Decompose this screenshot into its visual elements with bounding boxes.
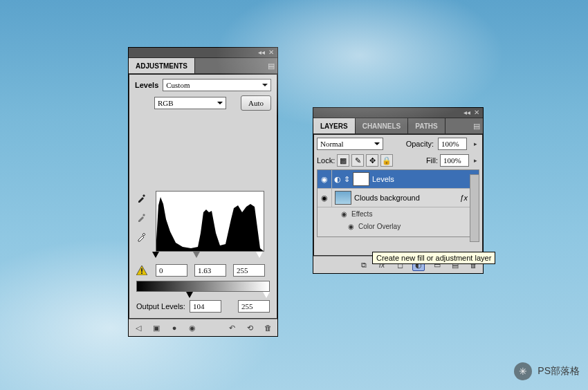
output-hi-input[interactable] — [238, 300, 270, 313]
fill-flyout-icon[interactable]: ▸ — [471, 156, 479, 165]
channel-select[interactable]: RGB — [154, 97, 226, 109]
wechat-icon: ✳ — [514, 362, 532, 380]
shadow-slider-handle[interactable] — [152, 252, 159, 258]
fill-input[interactable] — [440, 154, 469, 167]
adjustments-panel: ◂◂ ✕ ADJUSTMENTS ▤ Levels Custom RGB Aut… — [128, 47, 278, 337]
color-overlay-label: Color Overlay — [358, 223, 401, 230]
white-point-eyedropper-icon[interactable] — [136, 231, 147, 242]
midtone-input[interactable] — [194, 264, 226, 277]
input-slider[interactable] — [156, 252, 263, 259]
close-icon[interactable]: ✕ — [473, 109, 480, 116]
svg-rect-0 — [141, 268, 143, 272]
visibility-toggle-icon[interactable]: ◉ — [318, 170, 332, 188]
midtone-slider-handle[interactable] — [193, 252, 200, 258]
fx-badge[interactable]: ƒx — [459, 194, 470, 202]
eyedropper-tools — [136, 192, 147, 242]
output-gradient — [136, 281, 270, 292]
reset-icon[interactable]: ⟲ — [244, 322, 255, 333]
link-icon: ⇕ — [343, 175, 350, 184]
layer-row-clouds[interactable]: ◉ Clouds background ƒx ▴ — [318, 189, 479, 207]
shadow-input[interactable] — [156, 264, 187, 277]
levels-label: Levels — [135, 81, 158, 89]
lock-transparent-icon[interactable]: ▩ — [337, 154, 349, 167]
layer-name[interactable]: Clouds background — [354, 194, 420, 202]
opacity-input[interactable] — [438, 138, 467, 150]
gray-point-eyedropper-icon[interactable] — [136, 212, 147, 223]
effects-row[interactable]: ◉ Effects — [318, 207, 479, 220]
output-lo-input[interactable] — [190, 300, 221, 313]
panel-menu-icon[interactable]: ▤ — [265, 58, 277, 73]
trash-icon[interactable]: 🗑 — [262, 322, 273, 333]
layers-tabs: LAYERS CHANNELS PATHS ▤ — [313, 118, 483, 134]
output-lo-handle[interactable] — [186, 292, 193, 298]
svg-rect-1 — [141, 272, 143, 274]
output-hi-handle[interactable] — [263, 292, 270, 298]
auto-button[interactable]: Auto — [241, 95, 271, 111]
adjustments-tabs: ADJUSTMENTS ▤ — [129, 57, 277, 74]
collapse-icon[interactable]: ◂◂ — [258, 49, 265, 56]
fill-label: Fill: — [426, 156, 438, 165]
output-slider[interactable] — [136, 292, 270, 299]
layer-list: ◉ ◐ ⇕ Levels ◉ Clouds background ƒx ▴ ◉ … — [317, 169, 479, 237]
lock-position-icon[interactable]: ✥ — [366, 154, 378, 167]
opacity-flyout-icon[interactable]: ▸ — [471, 140, 479, 148]
preset-select[interactable]: Custom — [163, 79, 271, 91]
layer-name[interactable]: Levels — [372, 175, 394, 183]
visibility-toggle-icon[interactable]: ◉ — [318, 189, 332, 207]
watermark: ✳ PS部落格 — [514, 362, 580, 380]
layers-panel: ◂◂ ✕ LAYERS CHANNELS PATHS ▤ Normal Opac… — [313, 107, 484, 274]
effects-label: Effects — [351, 210, 372, 218]
collapse-icon[interactable]: ◂◂ — [463, 109, 470, 116]
tab-paths[interactable]: PATHS — [408, 118, 445, 133]
visibility-icon[interactable]: ◉ — [187, 322, 198, 333]
tab-channels[interactable]: CHANNELS — [356, 118, 409, 133]
tab-adjustments[interactable]: ADJUSTMENTS — [129, 58, 195, 73]
layers-titlebar[interactable]: ◂◂ ✕ — [313, 108, 483, 118]
panel-menu-icon[interactable]: ▤ — [470, 118, 483, 133]
opacity-label: Opacity: — [406, 140, 434, 148]
previous-state-icon[interactable]: ↶ — [226, 322, 237, 333]
layer-mask-thumbnail[interactable] — [353, 172, 369, 186]
output-levels-label: Output Levels: — [136, 302, 185, 310]
layer-row-levels[interactable]: ◉ ◐ ⇕ Levels — [318, 170, 479, 189]
watermark-text: PS部落格 — [538, 365, 580, 378]
histogram — [156, 191, 264, 252]
adjustments-footer: ◁ ▣ ● ◉ ↶ ⟲ 🗑 — [129, 319, 277, 336]
lock-label: Lock: — [317, 156, 335, 165]
back-arrow-icon[interactable]: ◁ — [133, 322, 144, 333]
lock-all-icon[interactable]: 🔒 — [380, 154, 393, 167]
layer-thumbnail[interactable] — [335, 191, 351, 205]
close-icon[interactable]: ✕ — [268, 49, 275, 56]
highlight-input[interactable] — [233, 264, 265, 277]
tab-layers[interactable]: LAYERS — [313, 118, 356, 133]
tooltip: Create new fill or adjustment layer — [372, 252, 495, 264]
highlight-slider-handle[interactable] — [256, 252, 263, 258]
expand-view-icon[interactable]: ▣ — [151, 322, 162, 333]
clip-warning-icon[interactable] — [136, 266, 147, 275]
link-layers-icon[interactable]: ⧉ — [358, 259, 369, 270]
layer-scrollbar[interactable] — [470, 174, 479, 242]
blend-mode-select[interactable]: Normal — [317, 138, 383, 150]
lock-paint-icon[interactable]: ✎ — [351, 154, 364, 167]
adjustment-badge-icon: ◐ — [332, 175, 343, 184]
clip-to-layer-icon[interactable]: ● — [169, 322, 180, 333]
color-overlay-row[interactable]: ◉ Color Overlay — [318, 220, 479, 232]
adjustments-titlebar[interactable]: ◂◂ ✕ — [129, 48, 277, 57]
black-point-eyedropper-icon[interactable] — [136, 192, 147, 203]
